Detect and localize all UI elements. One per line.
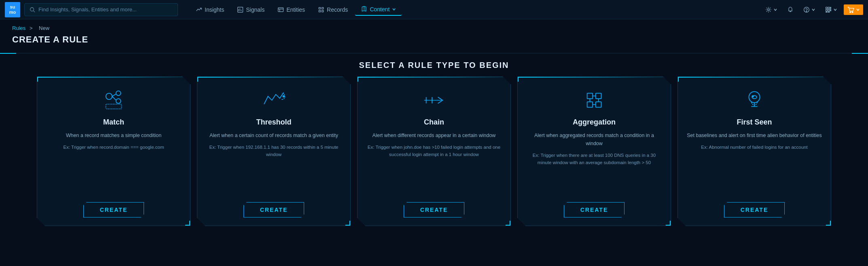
entities-icon bbox=[277, 6, 284, 13]
deco-line bbox=[0, 53, 868, 53]
threshold-icon bbox=[262, 88, 286, 112]
bell-icon bbox=[787, 6, 794, 13]
svg-rect-20 bbox=[826, 7, 828, 8]
nav-item-entities[interactable]: Entities bbox=[272, 4, 311, 15]
svg-rect-42 bbox=[596, 102, 601, 108]
search-placeholder: Find Insights, Signals, Entities and mor… bbox=[38, 6, 137, 13]
threshold-example: Ex: Trigger when 192.168.1.1 has 30 reco… bbox=[205, 144, 342, 195]
svg-point-49 bbox=[752, 95, 754, 97]
records-icon bbox=[318, 6, 324, 13]
svg-rect-40 bbox=[596, 93, 601, 99]
rule-card-aggregation: Aggregation Alert when aggregated record… bbox=[517, 76, 671, 226]
corner-br-chain bbox=[506, 221, 510, 226]
svg-rect-26 bbox=[826, 11, 828, 12]
settings-button[interactable] bbox=[762, 5, 781, 15]
chain-footer: CREATE bbox=[366, 202, 502, 217]
first-seen-footer: CREATE bbox=[686, 202, 823, 217]
rule-card-chain: Chain Alert when different records appea… bbox=[357, 76, 511, 226]
help-button[interactable] bbox=[800, 5, 819, 15]
svg-line-34 bbox=[112, 96, 116, 100]
svg-rect-41 bbox=[587, 102, 593, 108]
svg-line-33 bbox=[112, 94, 116, 97]
match-create-button[interactable]: CREATE bbox=[83, 202, 144, 217]
threshold-footer: CREATE bbox=[205, 202, 342, 217]
breadcrumb: Rules > New bbox=[0, 19, 868, 33]
chain-title: Chain bbox=[424, 118, 444, 127]
chevron-down-icon bbox=[392, 7, 396, 11]
rule-card-threshold: Threshold Alert when a certain count of … bbox=[197, 76, 351, 226]
threshold-desc: Alert when a certain count of records ma… bbox=[210, 131, 338, 139]
svg-point-32 bbox=[116, 99, 121, 103]
match-desc: When a record matches a simple condition bbox=[66, 131, 161, 139]
nav-items: Insights Signals Entities bbox=[190, 4, 758, 16]
grid-icon bbox=[825, 6, 832, 13]
help-icon bbox=[803, 6, 810, 13]
nav-right bbox=[762, 4, 863, 15]
cart-button[interactable] bbox=[844, 4, 863, 15]
chain-create-button[interactable]: CREATE bbox=[404, 202, 465, 217]
logo[interactable]: su mo bbox=[5, 2, 20, 17]
content-icon bbox=[361, 6, 367, 13]
svg-rect-22 bbox=[830, 7, 831, 8]
aggregation-footer: CREATE bbox=[526, 202, 663, 217]
corner-tl-aggregation bbox=[518, 77, 523, 82]
aggregation-create-button[interactable]: CREATE bbox=[564, 202, 625, 217]
svg-point-30 bbox=[106, 93, 112, 99]
corner-br-match bbox=[185, 221, 190, 226]
svg-point-19 bbox=[806, 11, 807, 11]
main-content: SELECT A RULE TYPE TO BEGIN Match When a… bbox=[0, 55, 868, 226]
svg-point-29 bbox=[852, 11, 853, 13]
insights-icon bbox=[196, 6, 202, 13]
cart-icon-svg bbox=[847, 6, 854, 13]
nav-item-records[interactable]: Records bbox=[312, 4, 354, 15]
chevron-down-icon-settings bbox=[773, 8, 777, 12]
svg-line-1 bbox=[34, 11, 35, 12]
first-seen-desc: Set baselines and alert on first time al… bbox=[687, 131, 822, 139]
svg-rect-35 bbox=[106, 104, 122, 109]
nav-item-content[interactable]: Content bbox=[355, 4, 402, 16]
corner-tl-chain bbox=[358, 77, 362, 82]
nav-item-insights[interactable]: Insights bbox=[190, 4, 230, 15]
corner-tl-threshold bbox=[197, 77, 202, 82]
first-seen-title: First Seen bbox=[737, 118, 772, 127]
page-title: CREATE A RULE bbox=[0, 33, 868, 51]
corner-tl-first-seen bbox=[678, 77, 683, 82]
aggregation-example: Ex: Trigger when there are at least 100 … bbox=[526, 152, 663, 195]
svg-rect-24 bbox=[828, 9, 830, 11]
breadcrumb-separator: > bbox=[30, 25, 33, 31]
aggregation-desc: Alert when aggregated records match a co… bbox=[526, 131, 663, 148]
search-bar[interactable]: Find Insights, Signals, Entities and mor… bbox=[24, 3, 178, 16]
apps-button[interactable] bbox=[822, 5, 840, 15]
svg-rect-13 bbox=[319, 10, 320, 12]
svg-rect-14 bbox=[322, 10, 324, 12]
first-seen-example: Ex: Abnormal number of failed logins for… bbox=[701, 144, 807, 195]
aggregation-icon bbox=[582, 88, 606, 112]
search-icon bbox=[30, 7, 35, 13]
svg-rect-8 bbox=[278, 8, 284, 12]
match-title: Match bbox=[103, 118, 124, 127]
navbar: su mo Find Insights, Signals, Entities a… bbox=[0, 0, 868, 19]
svg-rect-12 bbox=[322, 7, 324, 9]
match-example: Ex: Trigger when record.domain === googl… bbox=[64, 144, 164, 195]
breadcrumb-parent[interactable]: Rules bbox=[12, 25, 25, 31]
notifications-button[interactable] bbox=[784, 5, 797, 15]
gear-icon bbox=[765, 6, 772, 13]
section-title: SELECT A RULE TYPE TO BEGIN bbox=[12, 55, 856, 76]
chevron-down-icon-cart bbox=[856, 8, 860, 12]
corner-br-threshold bbox=[345, 221, 350, 226]
chain-icon bbox=[422, 88, 446, 112]
svg-rect-11 bbox=[319, 7, 320, 9]
corner-tl-match bbox=[37, 77, 42, 82]
cards-row: Match When a record matches a simple con… bbox=[12, 76, 856, 226]
match-footer: CREATE bbox=[45, 202, 182, 217]
svg-rect-25 bbox=[830, 9, 831, 11]
match-icon bbox=[102, 88, 126, 112]
threshold-create-button[interactable]: CREATE bbox=[243, 202, 305, 217]
chain-desc: Alert when different records appear in a… bbox=[373, 131, 496, 139]
svg-point-16 bbox=[768, 8, 770, 11]
svg-point-0 bbox=[30, 7, 34, 11]
rule-card-first-seen: First Seen Set baselines and alert on fi… bbox=[677, 76, 831, 226]
svg-point-47 bbox=[749, 92, 760, 103]
nav-item-signals[interactable]: Signals bbox=[231, 4, 270, 15]
first-seen-create-button[interactable]: CREATE bbox=[724, 202, 785, 217]
